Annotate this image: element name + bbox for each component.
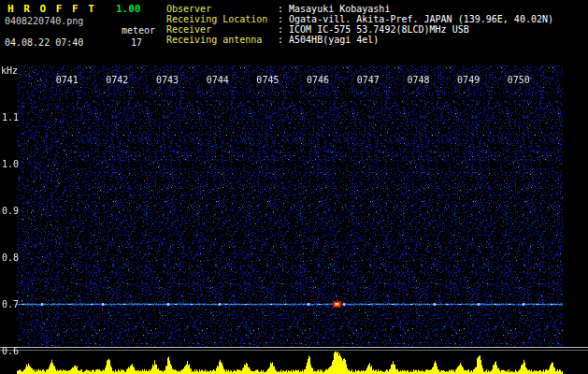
app-title: H R O F F T [7, 3, 96, 15]
info-label: Receiver [166, 24, 278, 35]
info-row-receiver: Receiver : ICOM IC-575 53.7492(8LCD)MHz … [166, 24, 553, 35]
output-filename: 0408220740.png [5, 16, 83, 26]
info-value: : Masayuki Kobayashi [278, 4, 390, 14]
info-row-location: Receiving Location : Ogata-vill. Akita-P… [166, 14, 553, 24]
spectrogram-canvas [0, 65, 588, 374]
info-value: : A504HB(yagi 4el) [278, 35, 379, 45]
info-value: : ICOM IC-575 53.7492(8LCD)MHz USB [278, 24, 469, 35]
app-version: 1.00 [116, 3, 141, 15]
datetime-label: 04.08.22 07:40 [5, 37, 83, 48]
info-value: : Ogata-vill. Akita-Pref. JAPAN (139.96E… [278, 14, 553, 24]
info-label: Observer [166, 4, 278, 14]
info-row-antenna: Receiving antenna : A504HB(yagi 4el) [166, 35, 553, 45]
info-panel: Observer : Masayuki Kobayashi Receiving … [166, 4, 553, 45]
info-label: Receiving Location [166, 14, 278, 24]
info-label: Receiving antenna [166, 35, 278, 45]
info-row-observer: Observer : Masayuki Kobayashi [166, 4, 553, 14]
mode-label: meteor [122, 25, 155, 36]
hrofft-screen: H R O F F T 1.00 0408220740.png meteor 0… [0, 0, 588, 374]
echo-count: 17 [131, 37, 142, 48]
